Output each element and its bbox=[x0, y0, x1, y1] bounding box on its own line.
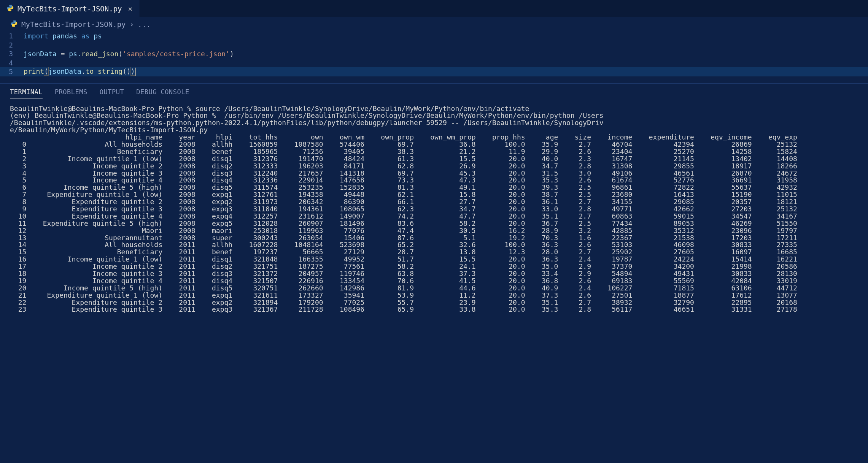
python-icon bbox=[11, 20, 17, 29]
line-number: 2 bbox=[0, 41, 24, 49]
terminal-line: 2 Income quintile 1 (low) 2008 disq1 312… bbox=[10, 155, 858, 163]
code-editor[interactable]: 1 import pandas as ps 2 3 jsonData = ps.… bbox=[0, 31, 868, 83]
line-number: 3 bbox=[0, 50, 24, 58]
chevron-right-icon: › bbox=[130, 20, 134, 29]
terminal-line: 21 Expenditure quintile 1 (low) 2011 exp… bbox=[10, 292, 858, 299]
line-number: 5 bbox=[0, 68, 24, 76]
terminal-line: 0 All households 2008 allhh 1560859 1087… bbox=[10, 141, 858, 148]
breadcrumb-file: MyTecBits-Import-JSON.py bbox=[21, 20, 126, 29]
file-tab[interactable]: MyTecBits-Import-JSON.py × bbox=[0, 0, 140, 17]
terminal-line: 19 Income quintile 4 2011 disq4 321507 2… bbox=[10, 277, 858, 285]
breadcrumb[interactable]: MyTecBits-Import-JSON.py › ... bbox=[0, 17, 868, 31]
terminal-line: 23 Expenditure quintile 3 2011 expq3 321… bbox=[10, 306, 858, 313]
tab-debug-console[interactable]: DEBUG CONSOLE bbox=[136, 88, 189, 98]
terminal-line: 1 Beneficiary 2008 benef 185965 71256 39… bbox=[10, 148, 858, 155]
terminal-line: 10 Expenditure quintile 4 2008 expq4 312… bbox=[10, 213, 858, 220]
terminal-line: 11 Expenditure quintile 5 (high) 2008 ex… bbox=[10, 220, 858, 227]
code-line[interactable]: 1 import pandas as ps bbox=[0, 32, 868, 41]
tab-terminal[interactable]: TERMINAL bbox=[10, 88, 43, 98]
text-cursor bbox=[135, 68, 136, 76]
terminal-line: 12 Māori 2008 maori 253018 119963 77076 … bbox=[10, 227, 858, 235]
panel-tabs: TERMINAL PROBLEMS OUTPUT DEBUG CONSOLE bbox=[0, 84, 868, 102]
tab-problems[interactable]: PROBLEMS bbox=[55, 88, 87, 98]
python-icon bbox=[7, 5, 14, 13]
terminal-output[interactable]: BeaulinTwinkle@Beaulins-MacBook-Pro Pyth… bbox=[0, 102, 868, 317]
tab-output[interactable]: OUTPUT bbox=[100, 88, 124, 98]
terminal-line: 3 Income quintile 2 2008 disq2 312333 19… bbox=[10, 163, 858, 170]
code-line[interactable]: 4 bbox=[0, 59, 868, 68]
code-line[interactable]: 2 bbox=[0, 41, 868, 50]
code-line-active[interactable]: 5 print(jsonData.to_string()) bbox=[0, 67, 868, 76]
line-number: 4 bbox=[0, 59, 24, 67]
tab-bar: MyTecBits-Import-JSON.py × bbox=[0, 0, 868, 17]
tab-filename: MyTecBits-Import-JSON.py bbox=[17, 5, 122, 13]
breadcrumb-rest: ... bbox=[138, 20, 151, 29]
code-line[interactable]: 3 jsonData = ps.read_json('samples/costs… bbox=[0, 49, 868, 59]
line-number: 1 bbox=[0, 32, 24, 40]
terminal-line: 20 Income quintile 5 (high) 2011 disq5 3… bbox=[10, 285, 858, 292]
close-icon[interactable]: × bbox=[126, 4, 133, 13]
